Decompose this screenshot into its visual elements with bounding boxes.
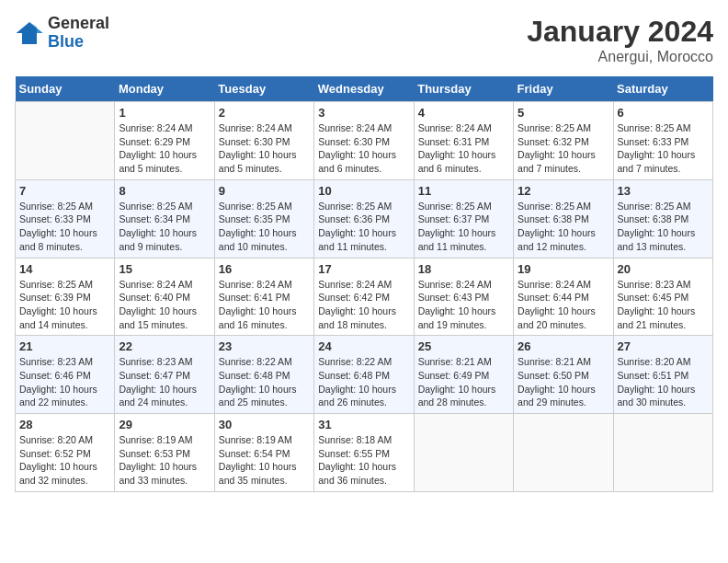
day-info: Sunrise: 8:25 AMSunset: 6:38 PMDaylight:… [618, 200, 709, 254]
day-number: 7 [19, 184, 110, 198]
day-number: 5 [518, 106, 609, 120]
week-row-2: 7Sunrise: 8:25 AMSunset: 6:33 PMDaylight… [16, 179, 713, 258]
day-cell: 15Sunrise: 8:24 AMSunset: 6:40 PMDayligh… [115, 258, 214, 336]
sunset-text: Sunset: 6:35 PM [219, 213, 310, 226]
sunset-text: Sunset: 6:48 PM [219, 369, 310, 383]
sunrise-text: Sunrise: 8:25 AM [19, 200, 110, 213]
daylight-text: Daylight: 10 hours and 9 minutes. [119, 226, 210, 253]
day-cell: 6Sunrise: 8:25 AMSunset: 6:33 PMDaylight… [613, 102, 712, 180]
daylight-text: Daylight: 10 hours and 18 minutes. [318, 304, 409, 331]
day-number: 10 [318, 184, 409, 198]
day-number: 21 [19, 339, 110, 353]
day-cell: 1Sunrise: 8:24 AMSunset: 6:29 PMDaylight… [115, 102, 214, 180]
day-info: Sunrise: 8:24 AMSunset: 6:42 PMDaylight:… [318, 278, 409, 332]
day-cell: 14Sunrise: 8:25 AMSunset: 6:39 PMDayligh… [16, 258, 115, 336]
sunset-text: Sunset: 6:50 PM [518, 369, 609, 383]
day-cell: 27Sunrise: 8:20 AMSunset: 6:51 PMDayligh… [613, 336, 712, 414]
day-number: 6 [618, 106, 709, 120]
day-number: 1 [119, 106, 210, 120]
daylight-text: Daylight: 10 hours and 24 minutes. [119, 383, 210, 409]
day-cell [16, 102, 115, 180]
sunset-text: Sunset: 6:39 PM [19, 291, 110, 304]
sunset-text: Sunset: 6:38 PM [518, 213, 609, 226]
day-number: 3 [318, 106, 409, 120]
daylight-text: Daylight: 10 hours and 7 minutes. [518, 148, 609, 175]
day-cell: 16Sunrise: 8:24 AMSunset: 6:41 PMDayligh… [214, 258, 313, 336]
day-cell: 25Sunrise: 8:21 AMSunset: 6:49 PMDayligh… [414, 336, 513, 414]
day-info: Sunrise: 8:24 AMSunset: 6:30 PMDaylight:… [219, 121, 310, 176]
logo-general-text: General [48, 15, 109, 33]
daylight-text: Daylight: 10 hours and 26 minutes. [318, 383, 409, 409]
day-header-friday: Friday [514, 76, 613, 102]
sunrise-text: Sunrise: 8:25 AM [318, 200, 409, 213]
day-cell: 19Sunrise: 8:24 AMSunset: 6:44 PMDayligh… [514, 258, 613, 336]
logo-blue-text: Blue [48, 33, 109, 52]
sunset-text: Sunset: 6:43 PM [418, 291, 509, 304]
daylight-text: Daylight: 10 hours and 13 minutes. [618, 226, 709, 253]
day-cell: 7Sunrise: 8:25 AMSunset: 6:33 PMDaylight… [16, 179, 115, 258]
day-cell: 17Sunrise: 8:24 AMSunset: 6:42 PMDayligh… [314, 258, 414, 336]
day-info: Sunrise: 8:25 AMSunset: 6:39 PMDaylight:… [19, 278, 110, 332]
day-info: Sunrise: 8:21 AMSunset: 6:49 PMDaylight:… [418, 355, 509, 409]
day-info: Sunrise: 8:24 AMSunset: 6:41 PMDaylight:… [219, 278, 310, 332]
sunset-text: Sunset: 6:53 PM [119, 447, 210, 461]
day-cell: 31Sunrise: 8:18 AMSunset: 6:55 PMDayligh… [314, 414, 414, 492]
logo-icon [15, 18, 44, 48]
sunrise-text: Sunrise: 8:23 AM [119, 355, 210, 369]
daylight-text: Daylight: 10 hours and 5 minutes. [119, 148, 210, 175]
day-info: Sunrise: 8:25 AMSunset: 6:38 PMDaylight:… [518, 200, 609, 254]
day-info: Sunrise: 8:18 AMSunset: 6:55 PMDaylight:… [318, 433, 409, 488]
sunrise-text: Sunrise: 8:24 AM [119, 278, 210, 292]
sunset-text: Sunset: 6:29 PM [119, 135, 210, 149]
day-info: Sunrise: 8:25 AMSunset: 6:36 PMDaylight:… [318, 200, 409, 254]
day-number: 12 [518, 184, 609, 198]
sunset-text: Sunset: 6:30 PM [318, 135, 409, 149]
day-number: 31 [318, 418, 409, 431]
sunset-text: Sunset: 6:38 PM [618, 213, 709, 226]
day-info: Sunrise: 8:21 AMSunset: 6:50 PMDaylight:… [518, 355, 609, 409]
week-row-5: 28Sunrise: 8:20 AMSunset: 6:52 PMDayligh… [16, 414, 713, 492]
daylight-text: Daylight: 10 hours and 11 minutes. [318, 226, 409, 253]
sunrise-text: Sunrise: 8:25 AM [219, 200, 310, 213]
title-area: January 2024 Anergui, Morocco [527, 15, 713, 65]
day-number: 25 [418, 339, 509, 353]
sunset-text: Sunset: 6:32 PM [518, 135, 609, 149]
day-cell [414, 414, 513, 492]
sunset-text: Sunset: 6:46 PM [19, 369, 110, 383]
sunset-text: Sunset: 6:33 PM [618, 135, 709, 149]
day-header-thursday: Thursday [414, 76, 513, 102]
daylight-text: Daylight: 10 hours and 14 minutes. [19, 304, 110, 331]
sunrise-text: Sunrise: 8:22 AM [219, 355, 310, 369]
day-cell: 20Sunrise: 8:23 AMSunset: 6:45 PMDayligh… [613, 258, 712, 336]
daylight-text: Daylight: 10 hours and 15 minutes. [119, 304, 210, 331]
day-number: 13 [618, 184, 709, 198]
day-info: Sunrise: 8:24 AMSunset: 6:40 PMDaylight:… [119, 278, 210, 332]
daylight-text: Daylight: 10 hours and 16 minutes. [219, 304, 310, 331]
day-info: Sunrise: 8:24 AMSunset: 6:29 PMDaylight:… [119, 121, 210, 176]
day-cell: 29Sunrise: 8:19 AMSunset: 6:53 PMDayligh… [115, 414, 214, 492]
day-number: 2 [219, 106, 310, 120]
sunrise-text: Sunrise: 8:24 AM [219, 278, 310, 292]
day-header-saturday: Saturday [613, 76, 712, 102]
day-number: 22 [119, 339, 210, 353]
day-cell [613, 414, 712, 492]
day-cell: 23Sunrise: 8:22 AMSunset: 6:48 PMDayligh… [214, 336, 313, 414]
daylight-text: Daylight: 10 hours and 32 minutes. [19, 460, 110, 487]
day-info: Sunrise: 8:22 AMSunset: 6:48 PMDaylight:… [219, 355, 310, 409]
day-number: 16 [219, 262, 310, 276]
day-header-sunday: Sunday [16, 76, 115, 102]
sunrise-text: Sunrise: 8:20 AM [618, 355, 709, 369]
day-info: Sunrise: 8:25 AMSunset: 6:32 PMDaylight:… [518, 121, 609, 176]
day-number: 19 [518, 262, 609, 276]
day-cell: 13Sunrise: 8:25 AMSunset: 6:38 PMDayligh… [613, 179, 712, 258]
sunset-text: Sunset: 6:44 PM [518, 291, 609, 304]
sunrise-text: Sunrise: 8:24 AM [318, 278, 409, 292]
days-header-row: SundayMondayTuesdayWednesdayThursdayFrid… [16, 76, 713, 102]
sunset-text: Sunset: 6:41 PM [219, 291, 310, 304]
day-cell: 21Sunrise: 8:23 AMSunset: 6:46 PMDayligh… [16, 336, 115, 414]
day-cell: 22Sunrise: 8:23 AMSunset: 6:47 PMDayligh… [115, 336, 214, 414]
sunset-text: Sunset: 6:47 PM [119, 369, 210, 383]
day-cell: 12Sunrise: 8:25 AMSunset: 6:38 PMDayligh… [514, 179, 613, 258]
day-cell [514, 414, 613, 492]
sunrise-text: Sunrise: 8:23 AM [618, 278, 709, 292]
